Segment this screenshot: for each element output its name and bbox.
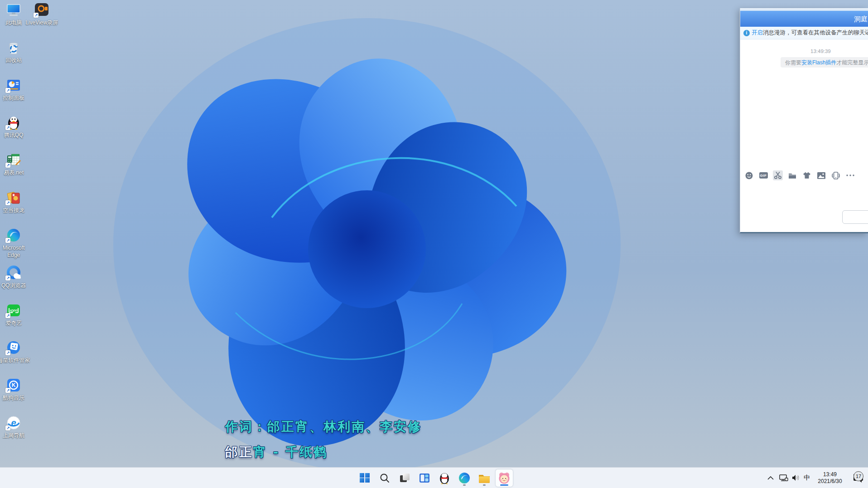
search-icon [380, 473, 390, 483]
shortcut-arrow-icon [5, 200, 10, 205]
lyrics-song-line: 邰正宵 - 千纸鹤 [225, 446, 422, 459]
send-image-button[interactable] [816, 170, 826, 180]
speaker-icon [792, 474, 800, 481]
tray-time: 13:49 [818, 471, 842, 478]
chat-input-area[interactable] [740, 182, 868, 227]
shortcut-arrow-icon [5, 125, 10, 130]
shortcut-arrow-icon [5, 350, 10, 355]
roaming-notice-bar: i 开启消息漫游，可查看在其他设备产生的聊天记录 [740, 27, 868, 39]
desktop-icon-yibiao-net[interactable]: 易表.net [0, 152, 31, 177]
notification-center-button[interactable]: 17 [848, 468, 868, 488]
tray-clock[interactable]: 13:49 2021/6/30 [814, 468, 846, 488]
control-panel-icon [5, 77, 22, 93]
message-timestamp: 13:49:39 [810, 48, 831, 54]
shortcut-arrow-icon [5, 238, 10, 243]
task-view-button[interactable] [396, 469, 413, 487]
lyrics-unsung: 宵 - 千纸鹤 [253, 445, 328, 459]
shortcut-arrow-icon [5, 313, 10, 318]
tray-network-button[interactable] [777, 468, 790, 488]
tray-date: 2021/6/30 [818, 478, 842, 485]
enable-roaming-link[interactable]: 开启 [752, 29, 763, 37]
window-shake-button[interactable] [831, 170, 841, 180]
desktop-icon-tencent-qq[interactable]: 腾讯QQ [0, 114, 31, 139]
task-view-icon [399, 473, 410, 483]
spreadsheet-calculator-icon [5, 152, 22, 168]
chat-title: 洞庭 [854, 15, 868, 24]
qq-title-bar[interactable]: 洞庭 [740, 11, 868, 27]
taskbar-file-explorer-button[interactable] [476, 469, 493, 487]
info-icon: i [743, 30, 750, 36]
lyrics-credits: 作词：邰正宵、林利南、李安修 [225, 420, 422, 433]
lyrics-sung: 邰正 [225, 445, 253, 459]
qq-browser-icon [5, 265, 22, 281]
emoji-button[interactable] [744, 170, 754, 180]
send-file-button[interactable] [787, 170, 797, 180]
qq-show-button[interactable] [802, 170, 812, 180]
search-button[interactable] [376, 469, 393, 487]
desktop-icon-qq-browser[interactable]: QQ浏览器 [0, 265, 31, 290]
software-manager-icon [5, 339, 22, 356]
desktop-icon-freecell[interactable]: 空当接龙 [0, 189, 31, 214]
edge-icon [5, 227, 22, 243]
folder-icon [478, 473, 490, 483]
tray-volume-button[interactable] [790, 468, 802, 488]
shortcut-arrow-icon [34, 13, 39, 18]
desktop-icon-recycle-bin[interactable]: 回收站 [0, 39, 31, 64]
desktop-icon-liveview[interactable]: LiveView录屏 [24, 2, 59, 27]
desktop-icon-edge[interactable]: Microsoft Edge [0, 227, 31, 259]
widgets-icon [419, 473, 430, 483]
card-game-icon [5, 189, 22, 206]
this-pc-icon [5, 2, 22, 18]
kugou-music-icon: K [5, 377, 22, 393]
wallpaper-bloom [104, 9, 639, 471]
network-icon [779, 474, 788, 482]
running-indicator [463, 484, 466, 486]
taskbar-qq-button[interactable] [436, 469, 453, 487]
taskbar-music-player-button[interactable] [496, 469, 513, 487]
roaming-notice-text: 消息漫游，可查看在其他设备产生的聊天记录 [763, 29, 868, 37]
windows-logo-icon [360, 473, 370, 483]
ttplayer-face-icon [498, 472, 511, 484]
install-flash-link[interactable]: 安装Flash插件 [801, 59, 836, 66]
screen-record-icon [34, 2, 50, 18]
shortcut-arrow-icon [5, 163, 10, 168]
running-indicator [483, 484, 486, 486]
lyrics-overlay: 作词：邰正宵、林利南、李安修 邰正宵 - 千纸鹤 [225, 420, 422, 471]
desktop-icon-control-panel[interactable]: 控制面板 [0, 77, 31, 102]
desktop: 作词：邰正宵、林利南、李安修 邰正宵 - 千纸鹤 此电脑 LiveView录屏 [0, 0, 868, 488]
taskbar: 中 13:49 2021/6/30 17 [0, 467, 868, 488]
desktop-icon-software-manager[interactable]: 海星软件管家 [0, 339, 31, 364]
active-indicator [500, 484, 508, 486]
chevron-up-icon [767, 476, 774, 480]
qq-penguin-icon [439, 472, 450, 484]
chat-message-area: 13:49:39 你需要安装Flash插件才能完整显示QQ [740, 39, 868, 169]
taskbar-edge-button[interactable] [456, 469, 473, 487]
web-navigation-icon: e [5, 415, 22, 431]
more-tools-button[interactable] [845, 170, 855, 180]
shortcut-arrow-icon [5, 88, 10, 93]
qq-chat-window: 洞庭 i 开启消息漫游，可查看在其他设备产生的聊天记录 13:49:39 你需要… [740, 8, 868, 233]
desktop-icon-web-navigation[interactable]: e 上网导航 [0, 415, 31, 440]
desktop-icon-iqiyi[interactable]: iQIYI 爱奇艺 [0, 302, 31, 327]
system-message-bubble: 你需要安装Flash插件才能完整显示QQ [781, 57, 868, 68]
shortcut-arrow-icon [5, 425, 10, 430]
send-button[interactable] [842, 210, 868, 224]
desktop-icon-kugou[interactable]: K 酷狗音乐 [0, 377, 31, 402]
qq-penguin-icon [5, 114, 22, 130]
edge-icon [458, 472, 470, 484]
notification-count-badge: 17 [854, 471, 863, 481]
shortcut-arrow-icon [5, 388, 10, 393]
chat-toolbar: GIF [740, 169, 868, 182]
iqiyi-icon: iQIYI [5, 302, 22, 319]
tray-ime-indicator[interactable]: 中 [801, 468, 813, 488]
start-button[interactable] [356, 469, 373, 487]
tray-show-hidden-button[interactable] [765, 468, 776, 488]
widgets-button[interactable] [416, 469, 433, 487]
gif-button[interactable]: GIF [758, 170, 768, 180]
screenshot-button[interactable] [773, 170, 783, 180]
shortcut-arrow-icon [5, 275, 10, 280]
recycle-bin-icon [5, 39, 22, 56]
